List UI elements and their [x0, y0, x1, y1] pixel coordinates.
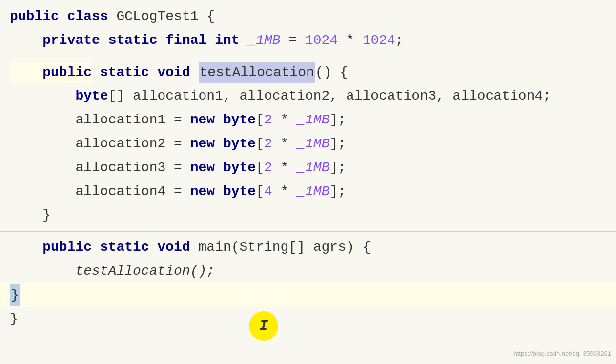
field-1mb-ref-4: _1MB — [297, 181, 329, 203]
keyword-new-2: new — [190, 133, 215, 155]
field-1mb-ref-2: _1MB — [297, 133, 329, 155]
cursor-indicator: I — [249, 311, 278, 341]
keyword-static-3: static — [100, 237, 149, 259]
line-alloc4: allocation4 = new byte [ 4 * _1MB ]; — [0, 180, 616, 204]
line-field-declaration: private static final int _1MB = 1024 * 1… — [0, 29, 616, 53]
line-alloc2: allocation2 = new byte [ 2 * _1MB ]; — [0, 132, 616, 156]
keyword-byte-2: byte — [223, 109, 256, 131]
keyword-void-2: void — [158, 237, 190, 259]
field-1mb: _1MB — [247, 30, 280, 52]
keyword-public-2: public — [42, 62, 92, 84]
keyword-private: private — [42, 30, 100, 52]
keyword-static-2: static — [100, 62, 149, 84]
closing-brace-block: } — [10, 284, 20, 306]
line-alloc3: allocation3 = new byte [ 2 * _1MB ]; — [0, 156, 616, 180]
number-4: 4 — [264, 181, 272, 203]
number-1024-1: 1024 — [305, 30, 338, 52]
watermark: https://blog.csdn.net/qq_35903261 — [514, 349, 612, 359]
number-1024-2: 1024 — [363, 30, 395, 52]
line-close-method2: } — [0, 283, 616, 307]
keyword-byte-3: byte — [223, 133, 256, 155]
keyword-void-1: void — [158, 62, 190, 84]
line-class-close: } — [0, 307, 616, 331]
keyword-byte-4: byte — [223, 157, 256, 179]
keyword-final: final — [165, 30, 206, 52]
line-class-declaration: public class GCLogTest1 { — [0, 5, 616, 29]
line-alloc1: allocation1 = new byte [ 2 * _1MB ]; — [0, 108, 616, 132]
code-viewer: public class GCLogTest1 { private static… — [0, 0, 616, 364]
number-2-3: 2 — [264, 157, 272, 179]
keyword-static: static — [108, 30, 158, 52]
divider-1 — [0, 57, 616, 57]
keyword-new-4: new — [190, 181, 215, 203]
line-byte-decl: byte [] allocation1, allocation2, alloca… — [0, 84, 616, 108]
keyword-int: int — [215, 30, 239, 52]
field-1mb-ref-3: _1MB — [297, 157, 329, 179]
keyword-public: public — [10, 6, 59, 28]
keyword-public-3: public — [42, 237, 92, 259]
method-name-testallocation: testAllocation — [199, 62, 315, 84]
field-1mb-ref-1: _1MB — [297, 109, 329, 131]
keyword-new-1: new — [190, 109, 215, 131]
keyword-new-3: new — [190, 157, 215, 179]
keyword-byte-1: byte — [75, 85, 108, 107]
line-method1-signature: public static void testAllocation () { — [0, 61, 616, 85]
line-method-call: testAllocation(); — [0, 260, 616, 283]
line-close-method1: } — [0, 203, 616, 227]
number-2-1: 2 — [264, 109, 272, 131]
number-2-2: 2 — [264, 133, 272, 155]
keyword-class: class — [67, 6, 108, 28]
divider-2 — [0, 231, 616, 232]
line-method2-signature: public static void main(String[] agrs) { — [0, 236, 616, 260]
cursor-letter-i: I — [259, 314, 268, 338]
keyword-byte-5: byte — [223, 181, 256, 203]
